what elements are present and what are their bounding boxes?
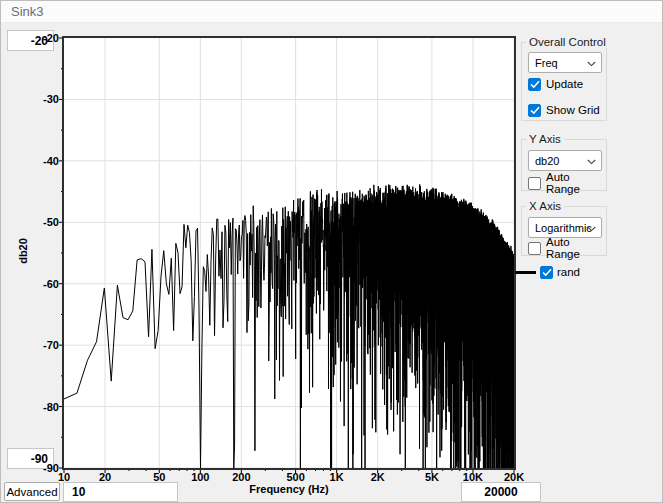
y-auto-range-label: Auto Range	[546, 171, 606, 195]
checkbox-box	[540, 266, 553, 279]
x-axis-dropdown-value: Logarithmic	[535, 222, 592, 234]
update-checkbox[interactable]: Update	[528, 77, 583, 91]
overall-control-dropdown[interactable]: Freq	[528, 52, 602, 73]
y-tick-label: -50	[1, 216, 59, 228]
x-tick-label: 20K	[504, 471, 524, 483]
y-axis-dropdown-value: db20	[535, 155, 559, 167]
y-auto-range-checkbox[interactable]: Auto Range	[528, 176, 606, 190]
legend-rand-checkbox[interactable]	[540, 265, 553, 279]
overall-control-groupbox: Overall Control Freq Update Show Grid	[521, 42, 607, 121]
x-tick-label: 2K	[371, 471, 385, 483]
legend-rand-label: rand	[557, 266, 580, 278]
update-checkbox-label: Update	[546, 78, 583, 90]
checkbox-box	[528, 104, 541, 117]
check-icon	[542, 268, 552, 277]
y-axis-dropdown[interactable]: db20	[528, 150, 602, 171]
x-tick-label: 50	[153, 471, 165, 483]
x-tick-label: 10K	[463, 471, 483, 483]
overall-control-title: Overall Control	[526, 36, 609, 48]
legend-item-rand: rand	[515, 265, 580, 279]
x-axis-groupbox: X Axis Logarithmic Auto Range	[521, 206, 607, 256]
x-tick-label: 5K	[425, 471, 439, 483]
advanced-button[interactable]: Advanced	[4, 482, 60, 501]
chevron-down-icon	[587, 159, 596, 165]
x-axis-dropdown[interactable]: Logarithmic	[528, 217, 602, 238]
x-axis-title: Frequency (Hz)	[64, 483, 514, 495]
y-tick-label: -30	[1, 93, 59, 105]
y-tick-label: -40	[1, 155, 59, 167]
chevron-down-icon	[587, 226, 596, 232]
x-axis-groupbox-title: X Axis	[526, 200, 564, 212]
x-auto-range-checkbox[interactable]: Auto Range	[528, 241, 606, 255]
y-axis-groupbox-title: Y Axis	[526, 133, 564, 145]
x-tick-label: 100	[191, 471, 209, 483]
overall-control-dropdown-value: Freq	[535, 57, 558, 69]
x-auto-range-label: Auto Range	[546, 236, 606, 260]
checkbox-box	[528, 242, 541, 255]
check-icon	[530, 106, 540, 115]
y-tick-label: -70	[1, 339, 59, 351]
y-tick-label: -20	[1, 32, 59, 44]
y-tick-label: -80	[1, 401, 59, 413]
x-tick-label: 10	[58, 471, 70, 483]
check-icon	[530, 80, 540, 89]
x-tick-label: 20	[99, 471, 111, 483]
y-tick-label: -90	[1, 462, 59, 474]
y-tick-label: -60	[1, 278, 59, 290]
y-axis-title: db20	[17, 238, 29, 264]
x-tick-label: 1K	[330, 471, 344, 483]
sink3-window: Sink3 Advanced Frequency (Hz) db20 Overa…	[0, 0, 663, 503]
x-tick-label: 200	[232, 471, 250, 483]
show-grid-checkbox-label: Show Grid	[546, 104, 600, 116]
checkbox-box	[528, 78, 541, 91]
chevron-down-icon	[587, 61, 596, 67]
show-grid-checkbox[interactable]: Show Grid	[528, 103, 600, 117]
x-tick-label: 500	[286, 471, 304, 483]
y-axis-groupbox: Y Axis db20 Auto Range	[521, 139, 607, 191]
checkbox-box	[528, 177, 541, 190]
legend-line-sample	[515, 271, 536, 274]
